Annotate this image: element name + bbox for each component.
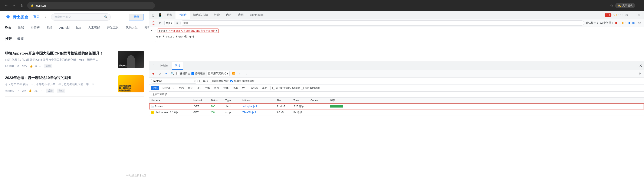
blocked-cookie-check[interactable]: 被屏蔽的响应 Cookie [272, 86, 300, 90]
table-row[interactable]: 📄 frontend GET 200 fetch sdk-glue.js:1 2… [149, 104, 644, 110]
tab-lighthouse[interactable]: Lighthouse [247, 11, 267, 19]
no-btn[interactable]: ⊘ [157, 71, 162, 76]
preserve-log-check[interactable]: 保留日志 [176, 72, 190, 75]
filter-input-wrap[interactable]: ✕ [151, 78, 198, 84]
refresh-button[interactable]: ↻ [19, 2, 25, 8]
nav-item-zonghe[interactable]: 综合 [5, 23, 11, 32]
nav-item-tools[interactable]: 开发工具 [107, 23, 119, 32]
upload-icon[interactable]: ↑ [237, 71, 242, 76]
filter-clear-btn[interactable]: ✕ [194, 80, 196, 82]
network-filter-input[interactable] [153, 80, 193, 82]
device-icon[interactable]: 📱 [157, 12, 163, 18]
filter-btn-manifest[interactable]: 清单 [231, 86, 240, 90]
settings-icon[interactable]: ⚙ [624, 12, 630, 18]
filter-btn-js[interactable]: JS [196, 86, 202, 90]
row1-initiator-link[interactable]: sdk-glue.js:1 [243, 105, 257, 108]
article-title-2[interactable]: 2023年总结：聊一聊我这10年做过的副业 [5, 75, 115, 80]
col-header-connect[interactable]: Connec... [310, 99, 330, 102]
console-level-dropdown[interactable]: 默认级别 ▾ [586, 21, 598, 25]
filter-btn-media[interactable]: 媒体 [222, 86, 230, 90]
col-header-method[interactable]: Method [193, 99, 210, 102]
tag-2b[interactable]: 创业 [57, 88, 66, 93]
filter-btn-fetch[interactable]: Fetch/XHR [160, 86, 176, 90]
panel-tab-console[interactable]: 控制台 [157, 62, 172, 70]
hide-data-url-checkbox[interactable] [210, 80, 212, 82]
blocked-request-checkbox[interactable] [301, 87, 304, 90]
filter-btn-img[interactable]: 图片 [212, 86, 221, 90]
tab-recommend[interactable]: 推荐 [5, 36, 12, 43]
console-filter-input[interactable] [180, 20, 584, 26]
more-icon-1[interactable]: ··· [39, 65, 41, 68]
back-button[interactable]: ← [4, 2, 9, 8]
bookmark-icon[interactable]: ☆ [610, 4, 613, 8]
col-header-size[interactable]: Size [276, 99, 294, 102]
network-settings-icon[interactable]: ⚙ [637, 71, 642, 76]
article-title-1[interactable]: 聊聊Appstore开启中国大陆区ICP备案号校验后的痛苦面具！ [5, 51, 115, 56]
tab-latest[interactable]: 最新 [17, 36, 24, 43]
third-party-check[interactable]: 第三方请求 [151, 92, 167, 96]
tag-1[interactable]: 前端 [44, 64, 52, 68]
nav-item-android[interactable]: Android [59, 24, 70, 32]
table-row[interactable]: JS blank-screen.1.1.6.js GET 200 script … [149, 110, 644, 116]
tab-console[interactable]: 控制台 [176, 11, 190, 19]
reverse-check[interactable]: 反转 [199, 79, 208, 83]
header-search[interactable]: 探索稀土掘金 🔍 [51, 14, 111, 21]
third-party-checkbox[interactable] [151, 93, 154, 96]
filter-btn-css[interactable]: CSS [186, 86, 195, 90]
tag-2a[interactable]: 后端 [46, 88, 54, 93]
tab-elements[interactable]: 元素 [164, 11, 175, 19]
filter-icon-btn[interactable]: ▼ [164, 71, 169, 76]
hide-data-url-check[interactable]: 隐藏数据网址 [210, 79, 229, 83]
filter-btn-ws[interactable]: WS [240, 86, 248, 90]
col-header-type[interactable]: Type [225, 99, 242, 102]
row2-initiator-link[interactable]: 79cef2b.js:2 [242, 111, 256, 114]
nav-item-paihanglbang[interactable]: 排行榜 [31, 23, 40, 32]
preserve-log-checkbox[interactable] [176, 72, 179, 75]
filter-btn-doc[interactable]: 文档 [177, 86, 186, 90]
throttle-dropdown[interactable]: 已停用节流模式 ▾ [206, 71, 230, 76]
more-icon-2[interactable]: ··· [41, 89, 43, 92]
nav-item-qianduan[interactable]: 前端 [46, 23, 52, 32]
expand-arrow-fetch[interactable]: ▶ [151, 28, 152, 32]
address-bar[interactable]: 🔒 juejin.cn [27, 2, 155, 9]
col-header-time[interactable]: Time [294, 99, 310, 102]
console-block-btn[interactable]: ⊘ [158, 20, 163, 26]
nav-dropdown-icon[interactable]: ▾ [45, 16, 46, 18]
col-header-status[interactable]: Status [210, 99, 225, 102]
filter-btn-wasm[interactable]: Wasm [249, 86, 260, 90]
console-settings-icon[interactable]: ⚙ [636, 20, 642, 26]
login-button[interactable]: 登录 [129, 14, 144, 20]
close-devtools-icon[interactable]: ✕ [636, 12, 642, 18]
expand-arrow-2[interactable]: › [154, 40, 156, 43]
inspect-icon[interactable]: ⬚ [151, 12, 157, 18]
disable-cache-checkbox[interactable] [192, 72, 194, 75]
wifi-icon[interactable]: 📶 [231, 71, 236, 76]
reverse-checkbox[interactable] [199, 80, 202, 82]
panel-dots-icon[interactable]: ⋮ [151, 63, 157, 69]
nav-item-ios[interactable]: iOS [76, 24, 81, 32]
search-network-btn[interactable]: 🔍 [170, 71, 175, 76]
console-eye-btn[interactable]: 👁 [176, 21, 179, 25]
disable-cache-check[interactable]: 停用缓存 [192, 72, 205, 75]
download-icon[interactable]: ↓ [244, 71, 249, 76]
article-thumb-1[interactable]: 我这一生如履薄冰 [118, 51, 144, 68]
panel-close-btn[interactable]: ✕ [639, 64, 642, 68]
record-btn[interactable]: ⏺ [151, 71, 156, 76]
forward-button[interactable]: → [11, 2, 17, 8]
tab-sources[interactable]: 源代码/来源 [190, 11, 211, 19]
console-top-dropdown[interactable]: top ▾ [164, 21, 174, 25]
nav-item-code-life[interactable]: 代码人生 [126, 23, 138, 32]
console-clear-btn[interactable]: 🚫 [151, 20, 156, 26]
col-header-name[interactable]: Name▲ [151, 99, 193, 102]
filter-btn-other[interactable]: 其他 [260, 86, 269, 90]
hide-ext-check[interactable]: 隐藏扩展程序网址 [230, 79, 254, 83]
blocked-request-check[interactable]: 被屏蔽的请求 [301, 86, 320, 90]
tab-performance[interactable]: 性能 [211, 11, 223, 19]
panel-tab-network[interactable]: 网络 [172, 62, 183, 70]
col-header-initiator[interactable]: Initiator [242, 99, 276, 102]
col-header-waterfall[interactable]: 瀑布 [330, 98, 642, 102]
more-options-icon[interactable]: ⋮ [630, 12, 636, 18]
filter-btn-font[interactable]: 字体 [203, 86, 212, 90]
filter-btn-all[interactable]: 全部 [151, 86, 159, 90]
nav-home-link[interactable]: 首页 [33, 14, 40, 20]
